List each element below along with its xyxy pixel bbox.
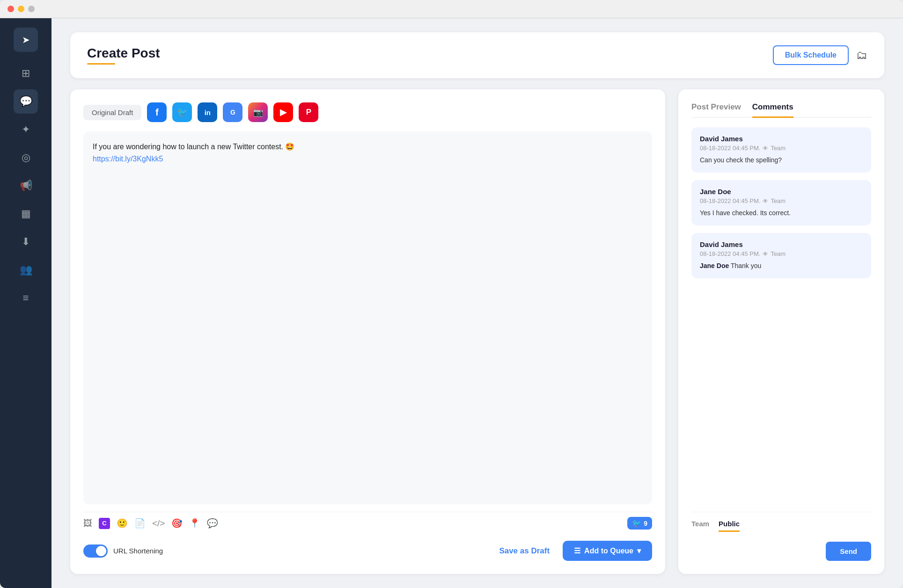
comment-text: Can you check the spelling?	[700, 155, 863, 165]
comment-author: David James	[700, 240, 863, 248]
comment-author: David James	[700, 135, 863, 143]
editor-footer: URL Shortening Save as Draft ☰ Add to Qu…	[83, 541, 652, 561]
bulk-schedule-button[interactable]: Bulk Schedule	[773, 45, 849, 65]
minimize-button[interactable]	[18, 6, 24, 12]
header-card: Create Post Bulk Schedule 🗂	[70, 32, 884, 78]
url-shortening-group: URL Shortening	[83, 544, 163, 558]
google-icon[interactable]: G	[223, 102, 242, 122]
comment-mention: Jane Doe	[700, 262, 729, 269]
canva-icon[interactable]: C	[99, 518, 110, 529]
media-icon[interactable]: 🖼	[83, 518, 92, 529]
visibility-icon	[763, 197, 768, 204]
main-content: Create Post Bulk Schedule 🗂 Original Dra…	[51, 18, 903, 588]
editor-card: Original Draft f 🐦 in G 📷 ▶ P If you are…	[70, 89, 665, 574]
comment-body: Thank you	[731, 262, 761, 269]
comment-type-tabs: Team Public	[691, 520, 871, 532]
char-count-value: 9	[644, 520, 647, 527]
editor-toolbar: 🖼 C 🙂 📄 </> 🎯 📍 💬 🐦 9	[83, 512, 652, 530]
twitter-char-icon: 🐦	[632, 519, 641, 528]
pinterest-icon[interactable]: P	[299, 102, 318, 122]
sidebar-item-analytics[interactable]: ▦	[14, 202, 38, 226]
comment-item: David James 08-18-2022 04:45 PM. Team Ca…	[691, 127, 871, 173]
maximize-button[interactable]	[28, 6, 35, 12]
instagram-icon[interactable]: 📷	[248, 102, 268, 122]
page-title: Create Post	[87, 46, 160, 61]
facebook-icon[interactable]: f	[147, 102, 167, 122]
queue-icon: ☰	[574, 546, 580, 555]
title-underline	[87, 63, 115, 65]
body-row: Original Draft f 🐦 in G 📷 ▶ P If you are…	[70, 89, 884, 574]
footer-actions: Save as Draft ☰ Add to Queue ▾	[492, 541, 652, 561]
close-button[interactable]	[7, 6, 14, 12]
edit-icon-button[interactable]: 🗂	[856, 49, 867, 62]
visibility-icon	[763, 145, 768, 152]
chevron-down-icon: ▾	[637, 546, 641, 555]
comment-item: Jane Doe 08-18-2022 04:45 PM. Team Yes I…	[691, 180, 871, 225]
toolbar-icons: 🖼 C 🙂 📄 </> 🎯 📍 💬	[83, 518, 218, 529]
tab-comments[interactable]: Comments	[752, 102, 793, 118]
sidebar-item-messages[interactable]: 💬	[14, 89, 38, 114]
sidebar-item-network[interactable]: ✦	[14, 117, 38, 142]
comment-visibility: Team	[771, 250, 786, 257]
page-title-wrap: Create Post	[87, 46, 160, 65]
gif-icon[interactable]: 📄	[134, 518, 146, 529]
app-container: ➤ ⊞ 💬 ✦ ◎ 📢 ▦ ⬇ 👥 ≡ Create Post Bulk Sch…	[0, 18, 903, 588]
sidebar-item-campaign[interactable]: 📢	[14, 174, 38, 198]
comments-panel: Post Preview Comments David James 08-18-…	[678, 89, 884, 574]
save-draft-button[interactable]: Save as Draft	[492, 542, 557, 560]
target-icon[interactable]: 🎯	[171, 518, 183, 529]
comment-input-row: Send	[691, 537, 871, 561]
linkedin-icon[interactable]: in	[198, 102, 217, 122]
comment-item: David James 08-18-2022 04:45 PM. Team Ja…	[691, 233, 871, 278]
editor-post-link[interactable]: https://bit.ly/3KgNkk5	[93, 155, 163, 163]
comment-date: 08-18-2022 04:45 PM.	[700, 250, 760, 257]
char-count: 🐦 9	[627, 517, 652, 530]
tab-post-preview[interactable]: Post Preview	[691, 102, 741, 118]
tab-public[interactable]: Public	[719, 520, 740, 532]
sidebar-item-dashboard[interactable]: ⊞	[14, 61, 38, 86]
thread-icon[interactable]: 💬	[207, 518, 218, 529]
code-icon[interactable]: </>	[152, 518, 165, 529]
sidebar-item-help[interactable]: ◎	[14, 145, 38, 170]
sidebar-item-list[interactable]: ≡	[14, 286, 38, 310]
editor-post-text: If you are wondering how to launch a new…	[93, 141, 643, 153]
panel-tabs: Post Preview Comments	[691, 102, 871, 118]
tab-team[interactable]: Team	[691, 520, 709, 532]
edit-icon: 🗂	[856, 49, 867, 61]
comment-meta: 08-18-2022 04:45 PM. Team	[700, 250, 863, 257]
toggle-knob	[96, 546, 106, 556]
url-shortening-label: URL Shortening	[113, 547, 163, 555]
comment-visibility: Team	[771, 197, 786, 204]
window-chrome	[0, 0, 903, 18]
url-shortening-toggle[interactable]	[83, 544, 108, 558]
comment-date: 08-18-2022 04:45 PM.	[700, 197, 760, 204]
comment-date: 08-18-2022 04:45 PM.	[700, 145, 760, 152]
sidebar-item-logo[interactable]: ➤	[14, 28, 38, 52]
add-queue-label: Add to Queue	[584, 547, 633, 555]
original-draft-tab[interactable]: Original Draft	[83, 105, 141, 120]
visibility-icon	[763, 250, 768, 257]
editor-tabs: Original Draft f 🐦 in G 📷 ▶ P	[83, 102, 652, 122]
sidebar-item-team[interactable]: 👥	[14, 258, 38, 282]
comment-text: Yes I have checked. Its correct.	[700, 208, 863, 218]
comment-visibility: Team	[771, 145, 786, 152]
comment-text: Jane Doe Thank you	[700, 261, 863, 271]
twitter-icon[interactable]: 🐦	[172, 102, 192, 122]
comment-author: Jane Doe	[700, 188, 863, 196]
add-to-queue-button[interactable]: ☰ Add to Queue ▾	[563, 541, 652, 561]
editor-area[interactable]: If you are wondering how to launch a new…	[83, 131, 652, 504]
sidebar-item-download[interactable]: ⬇	[14, 230, 38, 254]
header-actions: Bulk Schedule 🗂	[773, 45, 867, 65]
youtube-icon[interactable]: ▶	[273, 102, 293, 122]
comments-list: David James 08-18-2022 04:45 PM. Team Ca…	[691, 127, 871, 504]
sidebar: ➤ ⊞ 💬 ✦ ◎ 📢 ▦ ⬇ 👥 ≡	[0, 18, 51, 588]
comment-meta: 08-18-2022 04:45 PM. Team	[700, 145, 863, 152]
send-button[interactable]: Send	[826, 542, 871, 561]
comment-meta: 08-18-2022 04:45 PM. Team	[700, 197, 863, 204]
comment-input-area: Team Public Send	[691, 512, 871, 561]
emoji-icon[interactable]: 🙂	[117, 518, 128, 529]
location-icon[interactable]: 📍	[189, 518, 200, 529]
